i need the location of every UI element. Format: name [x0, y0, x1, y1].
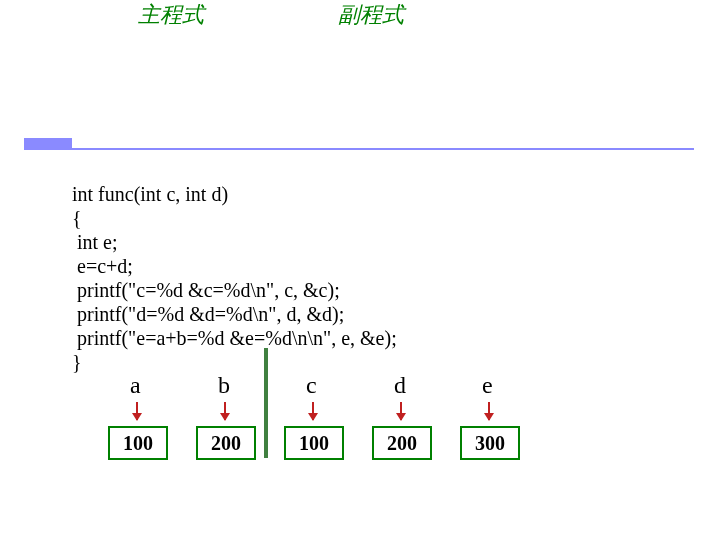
- slide-accent-bar: [24, 138, 72, 148]
- arrow-down-icon: [400, 402, 402, 420]
- value-box-b: 200: [196, 426, 256, 460]
- code-line: int e;: [72, 231, 118, 253]
- arrow-down-icon: [136, 402, 138, 420]
- arrow-down-icon: [488, 402, 490, 420]
- var-label-a: a: [130, 372, 141, 399]
- value-box-e: 300: [460, 426, 520, 460]
- slide-title-rule: [24, 148, 694, 150]
- value-box-c: 100: [284, 426, 344, 460]
- code-line: e=c+d;: [72, 255, 133, 277]
- code-line: printf("c=%d &c=%d\n", c, &c);: [72, 279, 340, 301]
- var-label-c: c: [306, 372, 317, 399]
- code-line: }: [72, 351, 82, 373]
- var-label-d: d: [394, 372, 406, 399]
- value-box-d: 200: [372, 426, 432, 460]
- label-main-program: 主程式: [138, 0, 204, 30]
- arrow-down-icon: [312, 402, 314, 420]
- code-line: printf("e=a+b=%d &e=%d\n\n", e, &e);: [72, 327, 397, 349]
- var-label-b: b: [218, 372, 230, 399]
- value-box-a: 100: [108, 426, 168, 460]
- label-sub-program: 副程式: [338, 0, 404, 30]
- code-line: printf("d=%d &d=%d\n", d, &d);: [72, 303, 344, 325]
- var-label-e: e: [482, 372, 493, 399]
- section-divider: [264, 348, 268, 458]
- arrow-down-icon: [224, 402, 226, 420]
- code-line: int func(int c, int d): [72, 183, 228, 205]
- code-block: int func(int c, int d) { int e; e=c+d; p…: [72, 158, 397, 374]
- code-line: {: [72, 207, 82, 229]
